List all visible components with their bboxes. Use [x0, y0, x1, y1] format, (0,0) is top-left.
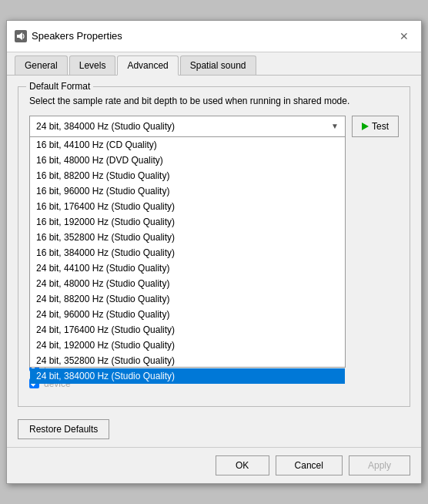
- tab-advanced[interactable]: Advanced: [117, 55, 178, 76]
- list-item[interactable]: 24 bit, 352800 Hz (Studio Quality): [30, 353, 345, 368]
- speakers-properties-window: Speakers Properties ✕ General Levels Adv…: [6, 20, 422, 484]
- list-item[interactable]: 24 bit, 44100 Hz (Studio Quality): [30, 260, 345, 276]
- format-dropdown[interactable]: 24 bit, 384000 Hz (Studio Quality) ▼: [29, 116, 346, 137]
- cancel-button[interactable]: Cancel: [276, 455, 343, 475]
- list-item[interactable]: 16 bit, 192000 Hz (Studio Quality): [30, 214, 345, 230]
- chevron-down-icon: ▼: [331, 122, 339, 130]
- list-item[interactable]: 24 bit, 192000 Hz (Studio Quality): [30, 338, 345, 353]
- format-dropdown-container: 24 bit, 384000 Hz (Studio Quality) ▼ 16 …: [29, 116, 346, 137]
- format-dropdown-list: 16 bit, 44100 Hz (CD Quality) 16 bit, 48…: [29, 136, 346, 368]
- tab-general[interactable]: General: [15, 55, 68, 75]
- list-item[interactable]: 16 bit, 44100 Hz (CD Quality): [30, 137, 345, 153]
- test-label: Test: [372, 121, 389, 132]
- default-format-group: Default Format Select the sample rate an…: [18, 86, 410, 407]
- apply-button[interactable]: Apply: [349, 455, 410, 475]
- list-item[interactable]: 16 bit, 96000 Hz (Studio Quality): [30, 183, 345, 199]
- list-item[interactable]: 16 bit, 352800 Hz (Studio Quality): [30, 230, 345, 245]
- format-description: Select the sample rate and bit depth to …: [29, 95, 399, 108]
- list-item[interactable]: 16 bit, 48000 Hz (DVD Quality): [30, 153, 345, 168]
- title-bar: Speakers Properties ✕: [7, 21, 421, 52]
- dialog-footer: OK Cancel Apply: [7, 447, 421, 483]
- tab-bar: General Levels Advanced Spatial sound: [7, 52, 421, 76]
- speaker-icon: [15, 30, 27, 42]
- selected-format-label: 24 bit, 384000 Hz (Studio Quality): [36, 121, 175, 132]
- list-item[interactable]: 24 bit, 88200 Hz (Studio Quality): [30, 291, 345, 307]
- list-item[interactable]: 16 bit, 176400 Hz (Studio Quality): [30, 199, 345, 214]
- list-item[interactable]: 16 bit, 88200 Hz (Studio Quality): [30, 168, 345, 183]
- list-item[interactable]: 16 bit, 384000 Hz (Studio Quality): [30, 245, 345, 260]
- format-row: 24 bit, 384000 Hz (Studio Quality) ▼ 16 …: [29, 116, 399, 137]
- title-bar-left: Speakers Properties: [15, 30, 122, 42]
- test-button[interactable]: Test: [352, 116, 399, 137]
- ok-button[interactable]: OK: [216, 455, 269, 475]
- window-title: Speakers Properties: [32, 30, 122, 42]
- tab-levels[interactable]: Levels: [69, 55, 116, 75]
- group-label: Default Format: [26, 81, 93, 92]
- list-item-selected[interactable]: 24 bit, 384000 Hz (Studio Quality): [30, 368, 345, 384]
- list-item[interactable]: 24 bit, 176400 Hz (Studio Quality): [30, 322, 345, 338]
- list-item[interactable]: 24 bit, 48000 Hz (Studio Quality): [30, 276, 345, 291]
- restore-defaults-button[interactable]: Restore Defaults: [18, 419, 109, 439]
- tab-content: Default Format Select the sample rate an…: [7, 76, 421, 447]
- list-item[interactable]: 24 bit, 96000 Hz (Studio Quality): [30, 307, 345, 322]
- close-button[interactable]: ✕: [395, 27, 413, 45]
- play-icon: [362, 123, 369, 130]
- svg-marker-0: [17, 32, 22, 40]
- tab-spatial-sound[interactable]: Spatial sound: [180, 55, 256, 75]
